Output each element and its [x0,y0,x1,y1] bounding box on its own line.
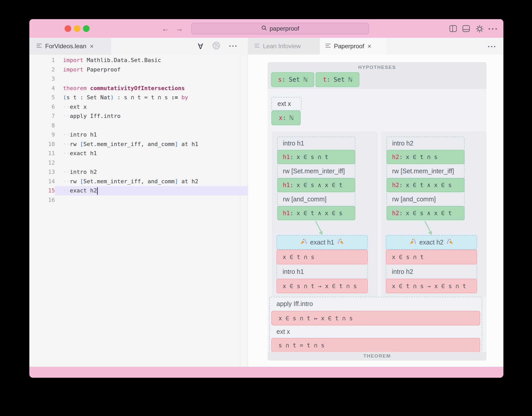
tactic-intro-h2[interactable]: intro h2 [386,137,465,150]
tactic-intro-h2-goal[interactable]: intro h2 [386,264,477,279]
hypothesis-colon: : [290,154,294,160]
gear-icon[interactable] [476,25,483,32]
hypothesis-chip-x[interactable]: x:ℕ [271,111,301,125]
tactic-intro-h1-goal[interactable]: intro h1 [276,264,368,279]
proof-flow-arrow [310,221,328,237]
code-line-3[interactable]: 3 [29,74,248,84]
traffic-minimize-button[interactable] [74,25,80,32]
tab-forvideos-lean[interactable]: ForVideos.lean × [29,38,111,55]
forward-button[interactable]: → [176,25,183,33]
line-content: ··intro h2 [55,167,248,177]
hypothesis-name: x [279,114,282,121]
back-button[interactable]: ← [162,25,169,33]
tactic-exact-h1[interactable]: exact h1 [276,235,368,250]
panel-lines-icon [255,43,260,49]
line-content: ··exact h2 [55,186,248,195]
code-line-6[interactable]: 6··ext x [29,102,248,112]
hypothesis-chip-s[interactable]: s:Set ℕ [271,72,314,87]
line-number: 15 [29,186,55,195]
tab-paperproof[interactable]: Paperproof × [320,38,386,55]
close-icon[interactable]: × [90,43,94,50]
titlebar: ← → paperproof ••• [29,19,503,38]
line-content: ··intro h1 [55,130,248,140]
party-popper-icon [300,238,307,247]
traffic-zoom-button[interactable] [83,25,90,32]
tactic-exact-h2[interactable]: exact h2 [386,235,477,250]
code-line-7[interactable]: 7··apply Iff.intro [29,112,248,121]
party-popper-icon [337,238,344,247]
hypothesis-chip-h2[interactable]: h2:x ∈ t ∧ x ∈ s [386,178,465,192]
tactic-rw-and-comm[interactable]: rw [and_comm] [277,192,355,206]
goal-box[interactable]: x ∈ t ∩ s [276,250,368,264]
hypotheses-title: HYPOTHESES [268,65,487,70]
line-content: ··rw [Set.mem_inter_iff, and_comm] at h1 [55,140,248,149]
titlebar-more-icon[interactable]: ••• [488,26,499,32]
hypothesis-chip-h1[interactable]: h1:x ∈ s ∧ x ∈ t [277,178,355,192]
code-line-13[interactable]: 13··intro h2 [29,167,248,177]
hypothesis-name: h1 [283,210,290,216]
hypothesis-chip-t[interactable]: t:Set ℕ [316,72,359,87]
hypothesis-name: h1 [283,154,290,160]
hypothesis-chip-h2[interactable]: h2:x ∈ s ∧ x ∈ t [386,206,465,220]
goal-box[interactable]: x ∈ t ∩ s → x ∈ s ∩ t [386,279,477,293]
editor-toolbar: ∀ ••• [198,38,238,55]
code-editor[interactable]: 1import Mathlib.Data.Set.Basic2import Pa… [29,55,248,367]
line-number: 4 [29,84,55,93]
line-content: import Paperproof [55,65,248,75]
tactic-rw-and-comm[interactable]: rw [and_comm] [386,192,465,206]
split-columns-icon[interactable] [449,25,457,32]
paperproof-gem-icon[interactable] [212,41,221,51]
code-line-11[interactable]: 11··exact h1 [29,149,248,158]
line-content: ··apply Iff.intro [55,112,248,121]
hypothesis-chip-h1[interactable]: h1:x ∈ t ∧ x ∈ s [277,206,355,220]
proof-flow-arrow [420,221,438,237]
code-line-2[interactable]: 2import Paperproof [29,65,248,75]
editor-more-icon[interactable]: ••• [229,43,238,49]
hypothesis-colon: : [290,210,294,216]
forall-infoview-icon[interactable]: ∀ [198,42,203,51]
goal-box[interactable]: x ∈ s ∩ t → x ∈ t ∩ s [276,279,368,293]
goal-box-theorem[interactable]: s ∩ t = t ∩ s [271,338,480,352]
proof-tree: HYPOTHESES s:Set ℕ t:Set ℕ ext x x:ℕ int… [268,62,487,361]
tactic-intro-h1[interactable]: intro h1 [277,137,355,150]
hypothesis-colon: : [399,210,403,216]
line-content: ··ext x [55,102,248,112]
goal-box-iff[interactable]: x ∈ s ∩ t ↔ x ∈ t ∩ s [271,311,480,325]
hypothesis-chip-h2[interactable]: h2:x ∈ t ∩ s [386,150,465,164]
code-line-14[interactable]: 14··rw [Set.mem_inter_iff, and_comm] at … [29,177,248,186]
line-number: 2 [29,65,55,75]
tactic-rw-mem-inter[interactable]: rw [Set.mem_inter_iff] [277,164,355,178]
hypothesis-name: h2 [392,154,399,160]
goal-box[interactable]: x ∈ s ∩ t [386,250,477,264]
panel-more-icon[interactable]: ••• [488,44,497,50]
window-bottom-bar [29,367,503,378]
code-line-15[interactable]: 15··exact h2 [29,186,248,195]
search-value: paperproof [270,25,299,32]
line-content: import Mathlib.Data.Set.Basic [55,56,248,65]
close-icon[interactable]: × [368,43,371,50]
code-line-9[interactable]: 9··intro h1 [29,130,248,140]
tab-lean-infoview[interactable]: Lean Infoview [248,38,320,55]
line-content [55,74,248,84]
command-search-bar[interactable]: paperproof [191,23,369,34]
code-line-12[interactable]: 12 [29,158,248,168]
line-content [55,121,248,130]
tactic-ext-x-goal[interactable]: ext x [270,326,482,337]
code-line-16[interactable]: 16 [29,195,248,205]
tactic-ext-x[interactable]: ext x [271,97,301,111]
tactic-rw-mem-inter[interactable]: rw [Set.mem_inter_iff] [386,164,465,178]
hypothesis-colon: : [327,76,330,83]
code-line-1[interactable]: 1import Mathlib.Data.Set.Basic [29,56,248,65]
tactic-apply-iff-intro[interactable]: apply Iff.intro [270,297,482,310]
split-rows-icon[interactable] [462,25,470,32]
traffic-close-button[interactable] [65,25,71,32]
code-line-8[interactable]: 8 [29,121,248,130]
hypothesis-chip-h1[interactable]: h1:x ∈ s ∩ t [277,150,355,164]
line-number: 16 [29,195,55,205]
line-content: ··rw [Set.mem_inter_iff, and_comm] at h2 [55,177,248,186]
app-window: ← → paperproof ••• [29,19,503,378]
code-line-4[interactable]: 4theorem commutativityOfIntersections [29,84,248,93]
code-line-10[interactable]: 10··rw [Set.mem_inter_iff, and_comm] at … [29,140,248,149]
hypothesis-type: ℕ [289,114,293,121]
code-line-5[interactable]: 5(s t : Set Nat) : s ∩ t = t ∩ s := by [29,93,248,102]
